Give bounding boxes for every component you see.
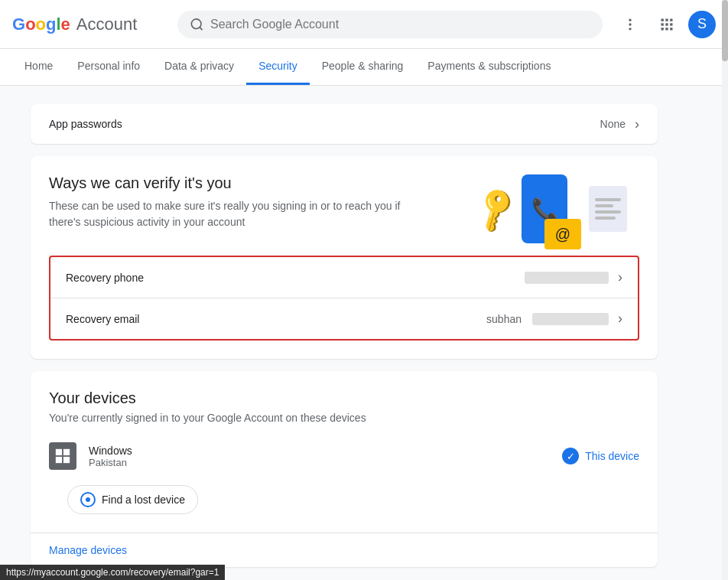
google-wordmark: Google <box>12 15 70 34</box>
recovery-phone-value-wrap: › <box>525 269 622 285</box>
nav-security[interactable]: Security <box>246 49 310 85</box>
verify-description: These can be used to make sure it's real… <box>49 198 416 230</box>
devices-title: Your devices <box>49 389 639 407</box>
doc-line-4 <box>595 217 616 220</box>
nav-personal-info[interactable]: Personal info <box>65 49 152 85</box>
svg-rect-8 <box>661 23 664 25</box>
windows-icon <box>54 448 71 464</box>
this-device-badge: ✓ This device <box>562 448 639 464</box>
scrollbar[interactable] <box>722 0 728 580</box>
status-bar: https://myaccount.google.com/recovery/em… <box>0 565 225 580</box>
vertical-dots-icon <box>622 17 638 32</box>
search-icon <box>190 17 204 32</box>
svg-point-0 <box>191 18 201 28</box>
this-device-label: This device <box>585 450 639 462</box>
device-name: Windows <box>89 445 550 457</box>
search-input[interactable] <box>210 18 590 31</box>
scrollbar-thumb[interactable] <box>722 0 728 61</box>
svg-point-4 <box>629 28 631 30</box>
verify-illustration: 🔑 📞 @ <box>476 174 639 243</box>
check-circle-icon: ✓ <box>562 448 579 464</box>
email-badge: @ <box>544 219 581 249</box>
at-sign-icon: @ <box>555 226 570 243</box>
find-device-label: Find a lost device <box>102 494 185 506</box>
recovery-email-row[interactable]: Recovery email subhan › <box>50 298 638 339</box>
more-options-button[interactable] <box>615 9 645 40</box>
avatar[interactable]: S <box>688 11 716 38</box>
recovery-section: Recovery phone › Recovery email subhan › <box>49 256 639 341</box>
devices-description: You're currently signed in to your Googl… <box>49 412 639 424</box>
nav-payments[interactable]: Payments & subscriptions <box>415 49 563 85</box>
svg-point-3 <box>629 23 631 25</box>
document-illustration <box>589 186 627 232</box>
apps-button[interactable] <box>652 9 682 40</box>
verify-card: Ways we can verify it's you These can be… <box>31 156 658 359</box>
recovery-email-value-wrap: subhan › <box>486 311 622 327</box>
svg-rect-6 <box>665 18 668 21</box>
account-label: Account <box>76 15 138 34</box>
app-passwords-value: None <box>600 118 626 130</box>
app-passwords-row[interactable]: App passwords None › <box>31 104 658 144</box>
svg-rect-13 <box>670 28 672 30</box>
doc-line-2 <box>595 204 613 207</box>
recovery-email-partial: subhan <box>486 313 522 325</box>
grid-icon <box>659 17 674 32</box>
svg-rect-5 <box>661 18 664 21</box>
nav-home[interactable]: Home <box>12 49 65 85</box>
find-device-icon <box>80 492 96 507</box>
app-passwords-label: App passwords <box>49 118 122 130</box>
svg-rect-15 <box>63 449 70 455</box>
find-device-wrapper: Find a lost device <box>31 482 658 533</box>
svg-rect-17 <box>63 457 70 463</box>
verify-title: Ways we can verify it's you <box>49 174 416 192</box>
svg-rect-14 <box>56 449 62 455</box>
doc-line-1 <box>595 198 621 201</box>
svg-point-2 <box>629 18 631 21</box>
find-lost-device-button[interactable]: Find a lost device <box>67 485 198 514</box>
svg-rect-9 <box>665 23 668 25</box>
recovery-email-chevron: › <box>618 311 622 327</box>
recovery-email-label: Recovery email <box>66 313 139 325</box>
phone-email-illustration: 📞 @ <box>522 174 567 243</box>
windows-device-icon <box>49 442 76 470</box>
svg-rect-10 <box>670 23 672 25</box>
logo: Google Account <box>12 15 165 34</box>
svg-line-1 <box>200 27 202 29</box>
search-bar[interactable] <box>177 11 603 38</box>
svg-rect-11 <box>661 28 664 30</box>
navigation: Home Personal info Data & privacy Securi… <box>0 49 728 86</box>
recovery-phone-chevron: › <box>618 269 622 285</box>
nav-people-sharing[interactable]: People & sharing <box>310 49 416 85</box>
device-location: Pakistan <box>89 457 550 468</box>
verify-card-header: Ways we can verify it's you These can be… <box>31 156 658 256</box>
device-row-windows: Windows Pakistan ✓ This device <box>31 430 658 482</box>
svg-rect-7 <box>670 18 672 21</box>
key-illustration: 🔑 <box>476 191 515 228</box>
recovery-email-blurred <box>532 313 609 325</box>
verify-card-text: Ways we can verify it's you These can be… <box>49 174 416 230</box>
header-actions: S <box>615 9 716 40</box>
nav-data-privacy[interactable]: Data & privacy <box>152 49 246 85</box>
main-content: App passwords None › Ways we can verify … <box>0 86 688 580</box>
phone-icon: 📞 <box>531 197 558 222</box>
status-url: https://myaccount.google.com/recovery/em… <box>6 567 219 578</box>
devices-card: Your devices You're currently signed in … <box>31 371 658 567</box>
devices-card-header: Your devices You're currently signed in … <box>31 371 658 430</box>
key-icon: 🔑 <box>469 183 522 235</box>
recovery-phone-blurred <box>525 272 609 284</box>
recovery-phone-label: Recovery phone <box>66 272 144 284</box>
doc-line-3 <box>595 210 621 213</box>
recovery-phone-row[interactable]: Recovery phone › <box>50 257 638 298</box>
find-device-dot <box>86 497 90 502</box>
chevron-right-icon: › <box>635 116 639 132</box>
manage-devices-link[interactable]: Manage devices <box>31 533 658 567</box>
header: Google Account S <box>0 0 728 49</box>
svg-rect-12 <box>665 28 668 30</box>
svg-rect-16 <box>56 457 62 463</box>
device-info: Windows Pakistan <box>89 445 550 468</box>
